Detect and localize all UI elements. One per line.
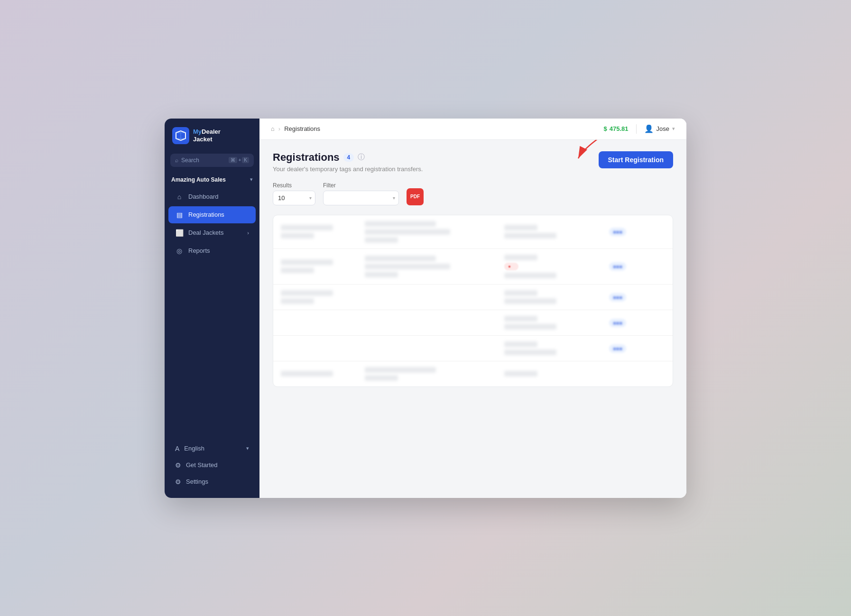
app-window: MyDealer Jacket ⌕ Search ⌘ + K Amazing A…: [165, 119, 686, 498]
user-menu[interactable]: 👤 Jose ▾: [644, 124, 675, 133]
registrations-table: ●●●: [273, 215, 673, 387]
breadcrumb-current: Registrations: [284, 125, 320, 132]
kbd-plus: +: [238, 157, 241, 163]
get-started-icon: ⚙: [175, 461, 181, 469]
table-row[interactable]: ●●●: [273, 310, 673, 336]
blurred-status-1: [504, 255, 537, 260]
blurred-status-2: [504, 273, 556, 278]
logo-text: MyDealer Jacket: [193, 128, 221, 143]
logo: MyDealer Jacket: [165, 119, 259, 151]
table-row[interactable]: ●●●: [273, 336, 673, 361]
reports-icon: ◎: [175, 247, 184, 255]
info-icon[interactable]: ⓘ: [358, 153, 365, 162]
table-cell-action: ●●●: [609, 227, 665, 236]
blurred-name-2: [281, 233, 314, 239]
kbd-cmd: ⌘: [229, 157, 237, 163]
blurred-status-1: [504, 341, 537, 347]
search-bar[interactable]: ⌕ Search ⌘ + K: [170, 154, 254, 167]
page-title: Registrations: [273, 151, 340, 164]
sidebar-item-settings[interactable]: ⚙ Settings: [168, 474, 256, 490]
table-cell-status: [504, 341, 609, 355]
balance-display: $ 475.81: [604, 125, 629, 132]
chevron-right-icon: ›: [247, 230, 249, 236]
filter-label: Filter: [323, 182, 399, 189]
action-badge[interactable]: ●●●: [609, 228, 626, 236]
table-cell-action: ●●●: [609, 293, 665, 302]
username: Jose: [657, 125, 669, 132]
registrations-icon: ▤: [175, 211, 184, 219]
pdf-icon: PDF: [410, 194, 420, 199]
blurred-status-2: [504, 324, 556, 330]
action-badge[interactable]: ●●●: [609, 344, 626, 353]
results-label: Results: [273, 182, 315, 189]
blurred-status-1: [504, 225, 537, 230]
chevron-down-icon: ▾: [250, 176, 253, 183]
start-registration-button[interactable]: Start Registration: [599, 151, 673, 168]
table-cell-status: [504, 225, 609, 239]
blurred-vehicle-3: [365, 272, 398, 277]
home-icon: ⌂: [175, 193, 184, 201]
action-badge[interactable]: ●●●: [609, 262, 626, 271]
sidebar-item-get-started[interactable]: ⚙ Get Started: [168, 457, 256, 473]
sidebar-item-registrations[interactable]: ▤ Registrations: [168, 206, 256, 223]
table-cell-name: [281, 259, 365, 273]
table-controls: Results 10 25 50 ▾ Filter: [273, 182, 673, 205]
table-cell-action: ●●●: [609, 262, 665, 271]
table-row[interactable]: ●●●: [273, 285, 673, 310]
sidebar-item-deal-jackets[interactable]: ⬜ Deal Jackets ›: [168, 224, 256, 241]
blurred-vehicle-2: [365, 375, 398, 381]
blurred-status-2: [504, 298, 556, 304]
dollar-icon: $: [604, 125, 607, 132]
blurred-status-2: [504, 233, 556, 239]
count-badge: 4: [343, 153, 354, 162]
sidebar-bottom: A English ▾ ⚙ Get Started ⚙ Settings: [165, 440, 259, 498]
content-wrapper: Registrations 4 ⓘ Your dealer's temporar…: [273, 151, 673, 387]
blurred-status-2: [504, 349, 556, 355]
balance-amount: 475.81: [610, 125, 629, 132]
settings-icon: ⚙: [175, 478, 181, 486]
kbd-k: K: [242, 157, 249, 163]
table-cell-status: [504, 316, 609, 330]
results-select[interactable]: 10 25 50: [273, 191, 315, 205]
sidebar-item-label-dashboard: Dashboard: [188, 193, 219, 200]
dealer-selector[interactable]: Amazing Auto Sales ▾: [165, 174, 259, 188]
home-breadcrumb-icon[interactable]: ⌂: [271, 125, 275, 132]
sidebar-item-dashboard[interactable]: ⌂ Dashboard: [168, 188, 256, 205]
table-cell-name: [281, 225, 365, 239]
sidebar-item-english[interactable]: A English ▾: [168, 441, 256, 457]
results-control: Results 10 25 50 ▾: [273, 182, 315, 205]
table-row[interactable]: ● ●●●: [273, 249, 673, 285]
search-shortcuts: ⌘ + K: [229, 157, 249, 163]
page-title-section: Registrations 4 ⓘ Your dealer's temporar…: [273, 151, 423, 173]
filter-select[interactable]: Active Completed: [323, 191, 399, 205]
breadcrumb: ⌂ › Registrations: [271, 125, 599, 132]
sidebar: MyDealer Jacket ⌕ Search ⌘ + K Amazing A…: [165, 119, 259, 498]
blurred-name-1: [281, 259, 333, 265]
table-cell-status: [504, 290, 609, 304]
user-chevron-icon: ▾: [672, 126, 675, 132]
results-select-wrapper: 10 25 50 ▾: [273, 191, 315, 205]
table-row[interactable]: ●●●: [273, 215, 673, 249]
user-icon: 👤: [644, 124, 654, 133]
sidebar-item-label-reports: Reports: [188, 247, 210, 254]
sidebar-item-label-registrations: Registrations: [188, 211, 224, 218]
action-badge[interactable]: ●●●: [609, 293, 626, 302]
table-row[interactable]: [273, 361, 673, 386]
chevron-down-icon-lang: ▾: [246, 445, 249, 451]
page-title-row: Registrations 4 ⓘ: [273, 151, 423, 164]
table-cell-action: ●●●: [609, 344, 665, 353]
header-divider: [636, 124, 637, 134]
sidebar-item-reports[interactable]: ◎ Reports: [168, 242, 256, 259]
blurred-vehicle-2: [365, 264, 450, 269]
blurred-status-1: [504, 316, 537, 322]
logo-icon: [172, 127, 189, 144]
export-pdf-button[interactable]: PDF: [407, 188, 424, 205]
action-badge-red[interactable]: ●: [504, 263, 518, 270]
blurred-status-1: [504, 371, 537, 377]
blurred-name-1: [281, 371, 333, 377]
dealer-name: Amazing Auto Sales: [171, 176, 226, 183]
blurred-vehicle-1: [365, 221, 436, 227]
blurred-vehicle-1: [365, 256, 436, 261]
table-cell-vehicle: [365, 367, 505, 381]
action-badge[interactable]: ●●●: [609, 319, 626, 327]
